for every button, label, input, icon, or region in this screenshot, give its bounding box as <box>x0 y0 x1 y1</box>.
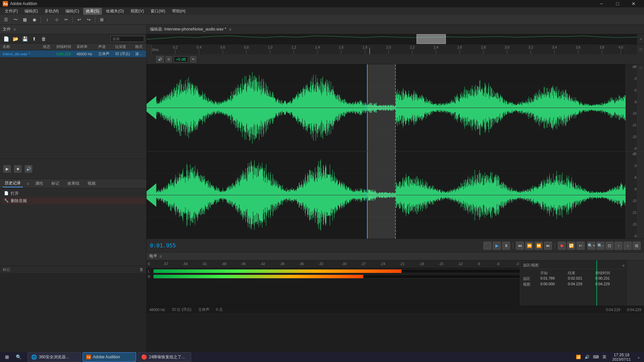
info-bitdepth: 32 位 (浮点) <box>172 307 192 312</box>
editor-menu-icon[interactable]: ≡ <box>229 27 231 32</box>
svg-text:-36: -36 <box>299 262 304 266</box>
toolbar-select-btn[interactable]: ⊹ <box>53 16 61 23</box>
tray-network-icon[interactable]: 📶 <box>575 354 582 360</box>
playhead-top <box>367 64 368 151</box>
markers-delete-icon[interactable]: 🗑 <box>140 267 144 272</box>
menu-clip[interactable]: 编辑(C) <box>63 8 82 15</box>
taskbar-app-360[interactable]: 🌐 360安全浏览器... <box>28 352 81 362</box>
zoom-amp-in-btn[interactable]: ↑ <box>614 242 623 250</box>
menu-help[interactable]: 帮助(H) <box>169 8 189 15</box>
transport-prev-btn[interactable]: ⏪ <box>525 242 533 250</box>
transport-return-btn[interactable]: ↩ <box>577 242 585 250</box>
svg-text:0: 0 <box>148 262 150 266</box>
menu-favorites[interactable]: 收藏夹(O) <box>103 8 126 15</box>
top-expand-btn[interactable]: □ <box>640 66 642 69</box>
transport-loop-btn[interactable]: 🔁 <box>567 242 575 250</box>
files-panel: 文件 ≡ 📄 📂 💾 ⬆ 🗑 名称 状态 持续时间 采样率 声道 位深度 格式 <box>0 25 146 159</box>
zoom-in-time-btn[interactable]: 🔍+ <box>587 242 595 250</box>
history-menu-icon[interactable]: ≡ <box>27 181 29 186</box>
edit-gain-btn[interactable]: ✏ <box>190 56 196 62</box>
menu-file[interactable]: 文件(F) <box>2 8 20 15</box>
toolbar-move-btn[interactable]: ↕ <box>43 16 51 23</box>
file-import-btn[interactable]: ⬆ <box>30 35 38 43</box>
waveform-top-main[interactable] <box>147 64 626 151</box>
waveform-toggle-btn[interactable]: 🔊 <box>156 56 164 63</box>
toolbar-cut-btn[interactable]: ✂ <box>62 16 70 23</box>
toolbar: ☰ 〜 ▦ ◉ ↕ ⊹ ✂ ↩ ↪ ⊞ 默认 基本视频音量 高级混音 母带处理与… <box>0 15 644 25</box>
channel-icon-btn[interactable]: ⊙ <box>166 56 172 62</box>
tray-sound-icon[interactable]: 🔊 <box>584 354 590 360</box>
file-save-btn[interactable]: 💾 <box>21 35 29 43</box>
start-button[interactable]: ⊞ <box>2 352 12 362</box>
menu-view[interactable]: 视图(V) <box>128 8 147 15</box>
db-label-top-n9b: -9 <box>627 147 637 150</box>
transport-to-end-btn[interactable]: ⏭ <box>544 242 552 250</box>
tab-video[interactable]: 视频 <box>86 180 98 187</box>
transport-pause-btn[interactable]: ⏸ <box>502 242 510 250</box>
tab-markers[interactable]: 标记 <box>49 180 61 187</box>
transport-to-start-btn[interactable]: ⏮ <box>516 242 524 250</box>
transport-stop-btn[interactable]: ⬛ <box>483 242 491 250</box>
tray-language-btn[interactable]: 英 <box>601 354 608 360</box>
toolbar-redo-btn[interactable]: ↪ <box>85 16 93 23</box>
toolbar-view-btn[interactable]: ☰ <box>2 16 10 23</box>
levels-menu-icon[interactable]: ≡ <box>159 254 162 259</box>
overview-expand-btn[interactable]: » <box>637 34 644 44</box>
db-label-top-n21: -21 <box>627 123 637 127</box>
media-stop-btn[interactable]: ■ <box>14 165 21 173</box>
transport-play-btn[interactable]: ▶ <box>493 242 501 250</box>
media-play-btn[interactable]: ▶ <box>3 165 11 173</box>
zoom-out-time-btn[interactable]: 🔍- <box>596 242 604 250</box>
search-button[interactable]: 🔍 <box>13 352 23 362</box>
menu-window[interactable]: 窗口(W) <box>148 8 168 15</box>
transport-record-btn[interactable]: ⏺ <box>558 242 566 250</box>
file-delete-btn[interactable]: 🗑 <box>40 35 48 43</box>
taskbar-app-noise[interactable]: 🔴 24降噪恢复组之了... <box>138 352 191 362</box>
history-item-open[interactable]: 📄 打开 <box>1 190 145 197</box>
db-label-bot-n15b: -15 <box>627 223 637 226</box>
tray-expand-icon[interactable]: ⌄ <box>635 354 642 360</box>
overview-selection[interactable] <box>417 34 446 44</box>
history-item-delete[interactable]: 🔧 删除音频 <box>1 197 145 204</box>
menu-effects[interactable]: 效果(S) <box>83 8 102 15</box>
tab-effects[interactable]: 效果组 <box>65 180 82 187</box>
toolbar-cd-btn[interactable]: ◉ <box>30 16 38 23</box>
tab-history[interactable]: 历史记录 <box>3 180 23 187</box>
selection-info-title: 选区/视图 <box>523 263 539 268</box>
media-speaker-btn[interactable]: 🔊 <box>25 165 32 173</box>
svg-text:-27: -27 <box>361 262 366 266</box>
toolbar-snap-btn[interactable]: ⊞ <box>98 16 106 23</box>
toolbar-wave-btn[interactable]: 〜 <box>11 16 19 23</box>
svg-text:-9: -9 <box>477 262 480 266</box>
zoom-fit-btn[interactable]: ⊡ <box>605 242 613 250</box>
files-menu-icon[interactable]: ≡ <box>13 27 16 32</box>
editor-header: 编辑器: Interview-phoneNoise_audio.wav * ≡ <box>147 25 644 34</box>
toolbar-multi-btn[interactable]: ▦ <box>21 16 29 23</box>
zoom-amp-out-btn[interactable]: ↓ <box>624 242 632 250</box>
selection-overlay-bottom <box>367 152 396 239</box>
col-status-header: 状态 <box>43 44 56 49</box>
file-new-btn[interactable]: 📄 <box>2 35 10 43</box>
taskbar-app-audition[interactable]: Aa Adobe Audition <box>83 352 136 362</box>
minimize-button[interactable]: − <box>594 0 609 7</box>
waveform-overview[interactable]: » <box>147 34 644 44</box>
maximize-button[interactable]: □ <box>610 0 625 7</box>
transport-sep-2 <box>555 242 555 249</box>
file-open-btn[interactable]: 📂 <box>11 35 19 43</box>
transport-next-btn[interactable]: ⏩ <box>535 242 543 250</box>
zoom-reset-btn[interactable]: ⊞ <box>633 242 641 250</box>
files-search-input[interactable] <box>111 36 144 42</box>
selection-info-menu-icon[interactable]: ≡ <box>623 263 625 267</box>
tray-input-icon[interactable]: ⌨ <box>592 354 599 360</box>
svg-text:1.0: 1.0 <box>268 46 272 49</box>
system-clock[interactable]: 17:26:18 2023/07/11 <box>610 353 633 361</box>
menu-edit[interactable]: 编辑(E) <box>22 8 41 15</box>
noise-label: 24降噪恢复组之了... <box>149 354 185 360</box>
toolbar-undo-btn[interactable]: ↩ <box>75 16 83 23</box>
tab-properties[interactable]: 属性 <box>33 180 45 187</box>
close-button[interactable]: ✕ <box>626 0 641 7</box>
ruler-expand-btn[interactable]: ⬡ <box>637 44 644 54</box>
file-row[interactable]: Intervi_dio.wav * 0:04.229 48000 Hz 立体声 … <box>0 50 146 58</box>
waveform-bottom-main[interactable] <box>147 152 626 239</box>
menu-multitrack[interactable]: 多轨(M) <box>42 8 61 15</box>
